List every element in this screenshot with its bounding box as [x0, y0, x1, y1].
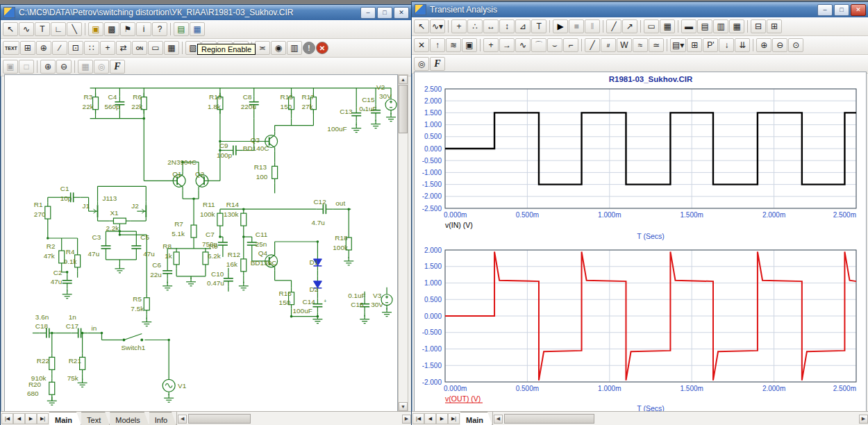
scroll-left-button[interactable]: ◀ [494, 415, 503, 424]
schematic-label[interactable]: R18 [335, 234, 348, 242]
schematic-label[interactable]: R6 [133, 93, 142, 101]
schematic-label[interactable]: Q1 [172, 170, 182, 178]
schematic-label[interactable]: J113 [103, 194, 117, 202]
mirror-icon[interactable]: ≍ [255, 41, 270, 55]
graph-menu[interactable]: ∿▾ [430, 19, 445, 33]
zoom-fit-button[interactable]: ⊙ [788, 38, 803, 52]
trace-label[interactable]: v(IN) (V) [445, 221, 473, 229]
schematic-label[interactable]: R12 [228, 251, 241, 258]
schematic-label[interactable]: 22k [131, 103, 142, 110]
schematic-label[interactable]: R15 [281, 93, 294, 101]
component-C2[interactable] [62, 275, 72, 289]
text-mode-tool[interactable]: T [35, 22, 50, 36]
schematic-label[interactable]: C5 [140, 233, 149, 241]
slopes-icon[interactable]: // [601, 38, 616, 52]
analysis-horizontal-scrollbar[interactable]: ◀ ▶ [492, 412, 868, 425]
tab-text[interactable]: Text [81, 412, 110, 425]
w-shape-icon[interactable]: W [617, 38, 632, 52]
schematic-canvas[interactable]: ++R322kC4560pR622kR101.8kC8220uR15150R17… [4, 74, 398, 412]
flip-icon[interactable]: ⇄ [116, 41, 131, 55]
schematic-label[interactable]: 4.7u [311, 219, 324, 226]
schematic-label[interactable]: C1 [60, 185, 69, 192]
schematic-label[interactable]: BD140C [243, 144, 269, 152]
component-C12[interactable] [316, 204, 333, 214]
schematic-label[interactable]: Q2 [195, 170, 205, 178]
schematic-label[interactable]: R10 [209, 93, 222, 101]
component-C3[interactable] [101, 240, 111, 254]
first-page-button[interactable]: |◀ [412, 413, 424, 424]
schematic-vertical-scrollbar[interactable]: ▲ ▼ [398, 74, 408, 412]
component-R20[interactable] [49, 378, 55, 399]
attribute-text-toggle[interactable]: ⊞ [20, 41, 35, 55]
options-icon[interactable]: ◎ [414, 57, 429, 71]
schematic-label[interactable]: 47u [143, 250, 155, 258]
schematic-label[interactable]: 10p [60, 194, 72, 202]
node-numbers-toggle[interactable]: ⊕ [36, 41, 51, 55]
level-shape-icon[interactable]: ⌐ [563, 38, 578, 52]
scroll-right-button[interactable]: ▶ [859, 415, 868, 424]
schematic-label[interactable]: 47k [44, 252, 55, 260]
prev-page-button[interactable]: ◀ [13, 413, 25, 424]
schematic-label[interactable]: 1.8k [208, 103, 221, 110]
component-Switch1[interactable] [122, 334, 143, 342]
component-gnd[interactable] [382, 308, 392, 317]
zoom-out-button[interactable]: ⊖ [772, 38, 787, 52]
schematic-label[interactable]: 150 [279, 299, 291, 306]
schematic-label[interactable]: C8 [243, 93, 252, 101]
cursor-mode-icon[interactable]: + [451, 19, 467, 33]
schematic-label[interactable]: R8 [162, 242, 172, 250]
schematic-label[interactable]: 1k [165, 252, 172, 260]
schematic-label[interactable]: D1 [309, 258, 318, 266]
schematic-label[interactable]: 2.2k [106, 224, 119, 232]
schematic-label[interactable]: 30V [379, 92, 392, 100]
info-tool[interactable]: i [136, 22, 151, 36]
schematic-label[interactable]: J2 [131, 202, 139, 210]
tab-main[interactable]: Main [460, 412, 492, 425]
vertical-scroll-thumb[interactable] [399, 85, 408, 133]
delete-trace-icon[interactable]: ✕ [414, 38, 429, 52]
component-V2[interactable] [385, 99, 397, 110]
schematic-label[interactable]: R14 [226, 201, 240, 208]
schematic-label[interactable]: 0.47u [207, 279, 224, 287]
select-tool[interactable]: ↖ [414, 19, 429, 33]
schematic-label[interactable]: 6.2k [208, 252, 221, 260]
component-R7[interactable] [191, 221, 197, 242]
schematic-label[interactable]: R1 [34, 201, 43, 208]
plot-vin[interactable]: 2.5002.0001.5001.0000.5000.000-0.500-1.0… [415, 72, 866, 244]
schematic-label[interactable]: 2N3904C [167, 158, 197, 166]
schematic-label[interactable]: C13 [340, 108, 353, 115]
component-R11[interactable] [217, 209, 223, 230]
component-X1[interactable] [109, 218, 130, 224]
component-C17[interactable] [72, 328, 88, 338]
last-page-button[interactable]: ▶| [448, 413, 460, 424]
sine-shape-icon[interactable]: ∿ [515, 38, 531, 52]
schematic-label[interactable]: 47u [88, 250, 100, 258]
schematic-label[interactable]: 100k [200, 210, 215, 218]
side-plots-icon[interactable]: ▥ [713, 19, 728, 33]
schematic-label[interactable]: 680 [27, 390, 39, 397]
schematic-label[interactable]: J1 [83, 202, 90, 210]
schematic-label[interactable]: D2 [309, 285, 318, 293]
fall-shape-icon[interactable]: ⌣ [547, 38, 562, 52]
point-tag-icon[interactable]: ∴ [467, 19, 483, 33]
schematic-label[interactable]: 0.1uF [348, 292, 365, 299]
schematic-label[interactable]: 9.1k [64, 258, 77, 265]
component-gnd[interactable] [186, 278, 196, 286]
component-gnd[interactable] [78, 378, 87, 387]
pin-connections-toggle[interactable]: ⊡ [68, 41, 83, 55]
schematic-label[interactable]: R9 [209, 242, 218, 250]
scroll-up-button[interactable]: ▲ [399, 75, 408, 84]
schematic-label[interactable]: C15 [362, 96, 375, 103]
select-region-icon[interactable]: ▭ [644, 19, 659, 33]
schematic-label[interactable]: 7.5k [131, 305, 144, 312]
image-icon[interactable]: ▦ [190, 22, 205, 36]
schematic-label[interactable]: in [92, 324, 97, 332]
slope-icon[interactable]: ╱ [585, 38, 600, 52]
horizontal-tag-icon[interactable]: ↔ [483, 19, 499, 33]
tab-models[interactable]: Models [110, 412, 149, 425]
schematic-label[interactable]: C4 [108, 93, 117, 101]
scroll-track[interactable] [503, 414, 859, 424]
schematic-label[interactable]: 22u [150, 271, 162, 278]
schematic-label[interactable]: 270 [34, 210, 46, 218]
p-prime-button[interactable]: P' [703, 38, 718, 52]
